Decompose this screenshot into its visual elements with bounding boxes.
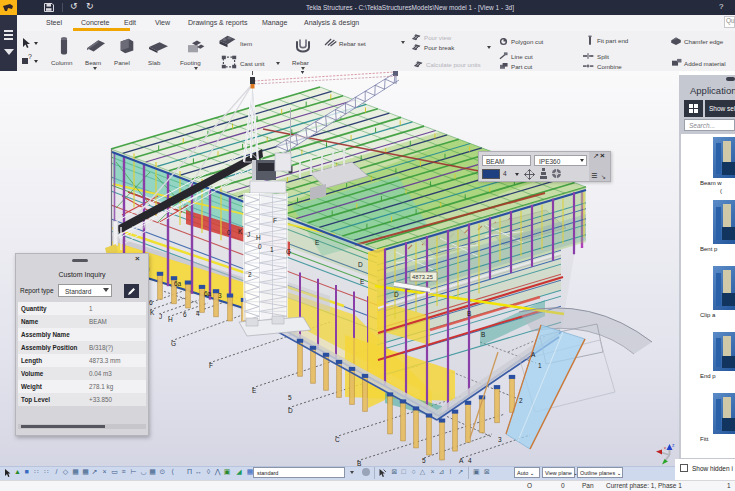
svg-text:6a: 6a [204,290,212,297]
svg-text:2: 2 [519,397,523,404]
svg-text:3: 3 [498,436,502,443]
svg-text:J: J [159,313,162,320]
svg-text:3: 3 [218,292,222,299]
svg-text:z: z [672,442,675,448]
svg-text:B: B [481,331,485,338]
svg-text:H: H [168,316,173,323]
svg-text:G: G [171,340,176,347]
svg-text:H: H [256,234,261,241]
svg-text:C: C [335,436,340,443]
svg-text:E: E [252,387,257,394]
svg-text:K: K [238,228,243,235]
svg-text:1: 1 [538,362,542,369]
svg-text:6: 6 [149,299,153,306]
svg-text:F: F [209,362,213,369]
svg-text:B: B [467,310,471,317]
svg-text:4: 4 [468,457,472,464]
svg-text:E: E [360,278,365,285]
svg-text:F: F [273,217,277,224]
svg-text:5: 5 [288,394,292,401]
svg-text:D: D [288,407,293,414]
svg-text:6a: 6a [174,280,182,287]
svg-text:E: E [315,239,320,246]
svg-text:G: G [286,248,291,255]
svg-text:6: 6 [183,311,187,318]
svg-text:2: 2 [248,271,252,278]
svg-text:0: 0 [227,229,231,236]
svg-text:A: A [459,457,464,464]
svg-text:4: 4 [196,310,200,317]
svg-text:0: 0 [258,243,262,250]
svg-text:5: 5 [422,457,426,464]
svg-text:J: J [247,231,250,238]
svg-text:D: D [394,291,399,298]
svg-text:4873.25: 4873.25 [412,274,433,280]
svg-text:1: 1 [270,246,274,253]
svg-text:A: A [531,351,536,358]
svg-text:D: D [358,261,363,268]
svg-text:×: × [664,445,667,451]
svg-text:K: K [150,309,155,316]
